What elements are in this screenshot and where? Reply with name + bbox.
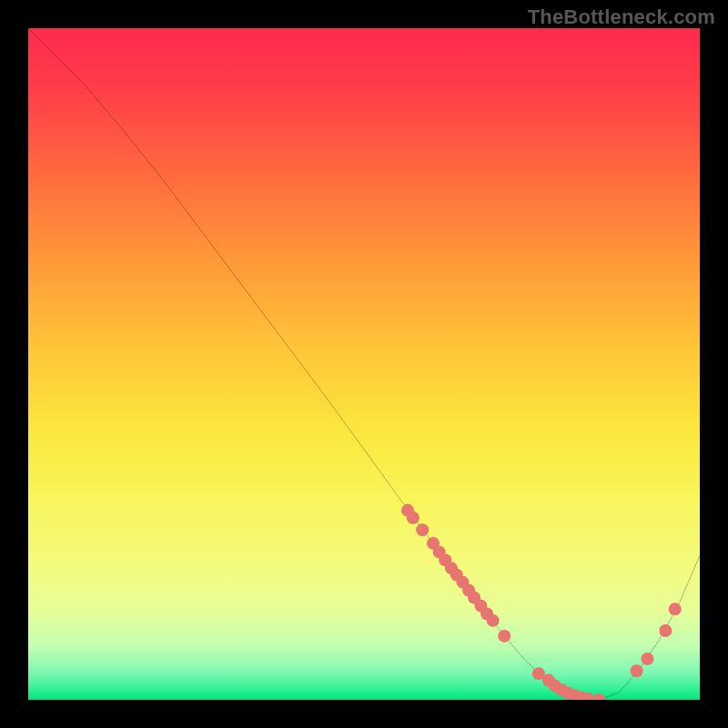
- curve-marker: [641, 652, 653, 665]
- curve-marker: [487, 614, 500, 627]
- attribution-label: TheBottleneck.com: [528, 5, 715, 29]
- curve-marker: [498, 630, 511, 642]
- curve-marker: [631, 664, 643, 677]
- curve-marker: [659, 624, 672, 637]
- bottleneck-curve: [28, 28, 700, 700]
- curve-marker: [669, 602, 682, 615]
- plot-area: [28, 28, 700, 700]
- curve-marker: [592, 693, 605, 700]
- chart-container: TheBottleneck.com: [0, 0, 728, 728]
- curve-marker: [416, 523, 429, 536]
- curve-marker: [407, 511, 420, 524]
